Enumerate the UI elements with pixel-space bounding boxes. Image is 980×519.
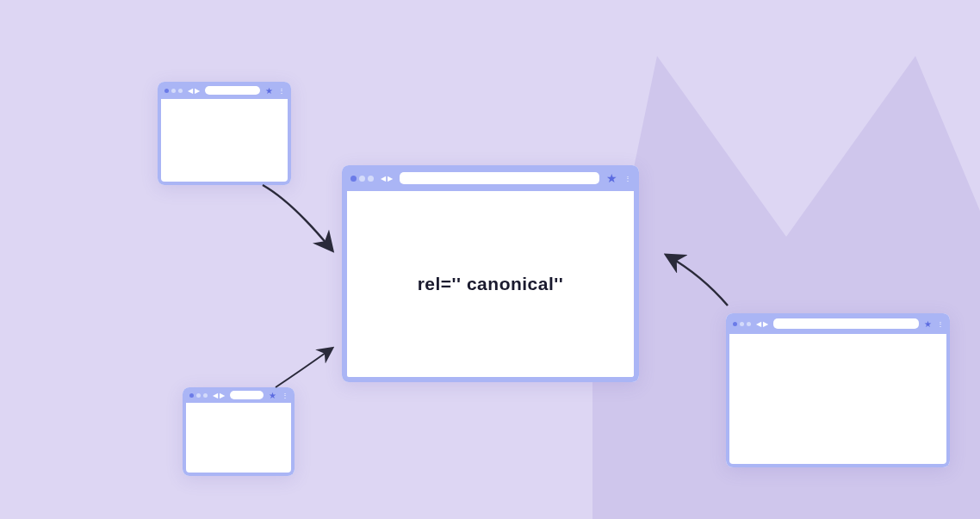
browser-window-small-right: ◀▶ ★ ⋮ bbox=[726, 313, 950, 467]
browser-titlebar: ◀▶ ★ ⋮ bbox=[183, 387, 295, 403]
window-control-dots bbox=[733, 322, 751, 326]
browser-titlebar: ◀▶ ★ ⋮ bbox=[726, 313, 950, 334]
window-control-dots bbox=[350, 176, 374, 182]
browser-titlebar: ◀▶ ★ ⋮ bbox=[342, 165, 639, 191]
bookmark-star-icon: ★ bbox=[265, 86, 273, 96]
browser-viewport: rel='' canonical'' bbox=[342, 191, 639, 382]
browser-window-small-bottom-left: ◀▶ ★ ⋮ bbox=[183, 387, 295, 476]
address-bar bbox=[230, 391, 264, 399]
menu-dots-icon: ⋮ bbox=[282, 392, 288, 399]
nav-arrows-icon: ◀▶ bbox=[756, 320, 768, 328]
window-control-dots bbox=[164, 89, 183, 93]
browser-viewport bbox=[726, 334, 950, 467]
nav-arrows-icon: ◀▶ bbox=[381, 175, 393, 182]
browser-titlebar: ◀▶ ★ ⋮ bbox=[158, 82, 291, 99]
menu-dots-icon: ⋮ bbox=[278, 87, 284, 95]
window-control-dots bbox=[189, 393, 208, 398]
bookmark-star-icon: ★ bbox=[924, 319, 932, 329]
arrow-top-left-to-main-icon bbox=[254, 181, 349, 263]
browser-window-small-top-left: ◀▶ ★ ⋮ bbox=[158, 82, 291, 185]
menu-dots-icon: ⋮ bbox=[937, 320, 943, 328]
bookmark-star-icon: ★ bbox=[606, 171, 617, 185]
address-bar bbox=[773, 318, 919, 329]
address-bar bbox=[205, 86, 260, 95]
nav-arrows-icon: ◀▶ bbox=[188, 87, 200, 95]
menu-dots-icon: ⋮ bbox=[624, 175, 630, 182]
nav-arrows-icon: ◀▶ bbox=[213, 392, 225, 399]
canonical-code-text: rel='' canonical'' bbox=[418, 274, 564, 294]
browser-viewport bbox=[158, 99, 291, 185]
browser-viewport bbox=[183, 403, 295, 476]
address-bar bbox=[400, 172, 599, 184]
browser-window-main-canonical: ◀▶ ★ ⋮ rel='' canonical'' bbox=[342, 165, 639, 382]
bookmark-star-icon: ★ bbox=[269, 391, 276, 400]
